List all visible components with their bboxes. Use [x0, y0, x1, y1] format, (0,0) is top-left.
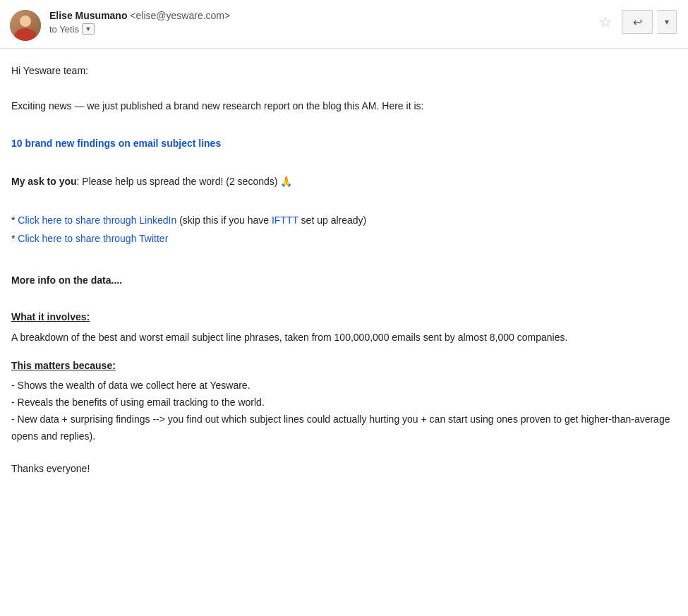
recipient-dropdown-button[interactable]: ▼	[82, 23, 95, 35]
share-bullet-2: *	[11, 233, 18, 244]
sender-name: Elise Musumano	[49, 10, 127, 21]
share-line-2: * Click here to share through Twitter	[11, 229, 677, 248]
ifttt-link[interactable]: IFTTT	[272, 215, 298, 226]
share-bullet-1: *	[11, 215, 18, 226]
email-body: Hi Yesware team: Exciting news — we just…	[0, 49, 688, 497]
what-body: A breakdown of the best and worst email …	[11, 330, 677, 345]
share-line1-post: (skip this if you have	[176, 215, 272, 226]
recipient-line: to Yetis ▼	[49, 23, 677, 35]
greeting: Hi Yesware team:	[11, 63, 677, 78]
email-header: Elise Musumano <elise@yesware.com> to Ye…	[0, 0, 688, 49]
avatar	[10, 10, 41, 41]
recipient-text: to Yetis	[49, 24, 79, 35]
ask-bold: My ask to you	[11, 176, 77, 187]
section-header: More info on the data....	[11, 272, 677, 288]
email-container: Elise Musumano <elise@yesware.com> to Ye…	[0, 0, 688, 616]
sender-email: <elise@yesware.com>	[130, 10, 230, 21]
sender-name-line: Elise Musumano <elise@yesware.com>	[49, 10, 677, 21]
matters-title: This matters because:	[11, 358, 677, 373]
ask-line: My ask to you: Please help us spread the…	[11, 174, 677, 189]
bullet-item-1: - Shows the wealth of data we collect he…	[11, 378, 677, 394]
share-links: * Click here to share through LinkedIn (…	[11, 211, 677, 248]
what-title: What it involves:	[11, 309, 677, 325]
reply-button[interactable]: ↩	[622, 10, 653, 34]
linkedin-link[interactable]: Click here to share through LinkedIn	[18, 215, 176, 226]
ask-rest: : Please help us spread the word! (2 sec…	[77, 176, 293, 187]
bullet-item-2: - Reveals the benefits of using email tr…	[11, 394, 677, 411]
more-button[interactable]: ▾	[657, 10, 677, 34]
headline-link[interactable]: 10 brand new findings on email subject l…	[11, 135, 221, 151]
closing: Thanks everyone!	[11, 461, 677, 476]
twitter-link[interactable]: Click here to share through Twitter	[18, 233, 168, 244]
matters-bullets: - Shows the wealth of data we collect he…	[11, 378, 677, 445]
intro-text: Exciting news — we just published a bran…	[11, 98, 677, 114]
share-line-1: * Click here to share through LinkedIn (…	[11, 211, 677, 230]
bullet-item-3: - New data + surprising findings --> you…	[11, 411, 677, 445]
share-line1-end: set up already)	[298, 215, 367, 226]
star-button[interactable]: ☆	[593, 10, 617, 34]
header-actions: ☆ ↩ ▾	[593, 10, 677, 34]
sender-info: Elise Musumano <elise@yesware.com> to Ye…	[49, 10, 677, 35]
